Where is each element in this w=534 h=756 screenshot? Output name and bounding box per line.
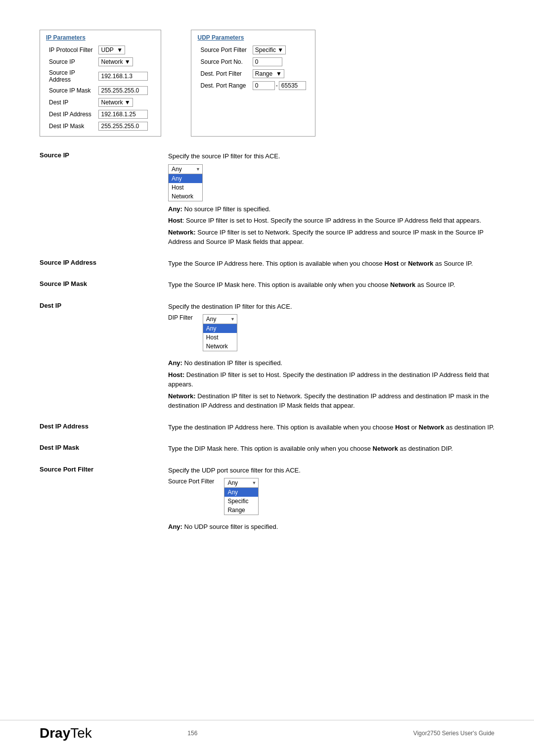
source-port-no-label: Source Port No. — [197, 56, 249, 68]
source-ip-mask-section-label: Source IP Mask — [40, 280, 168, 292]
dest-ip-desc-intro: Specify the destination IP filter for th… — [168, 302, 494, 312]
source-ip-address-section: Source IP Address Type the Source IP Add… — [40, 259, 494, 271]
source-ip-address-desc: Type the Source IP Address here. This op… — [168, 259, 494, 269]
dest-port-filter-select[interactable]: Range ▼ — [253, 69, 284, 78]
source-ip-section: Source IP Specify the source IP filter f… — [40, 151, 494, 249]
dest-port-filter-value[interactable]: Range ▼ — [250, 68, 309, 80]
source-ip-dropdown-selected[interactable]: Any — [168, 164, 203, 174]
dest-port-range-label: Dest. Port Range — [197, 80, 249, 92]
source-ip-mask-section: Source IP Mask Type the Source IP Mask h… — [40, 280, 494, 292]
source-ip-label: Source IP — [46, 56, 95, 68]
draytek-logo: DrayTek — [40, 725, 92, 741]
dest-port-filter-label: Dest. Port Filter — [197, 68, 249, 80]
table-row: Dest. Port Range 0 - 65535 — [197, 80, 309, 92]
source-port-filter-select[interactable]: Specific ▼ — [253, 46, 286, 54]
table-row: Source IPAddress 192.168.1.3 — [46, 68, 155, 85]
table-row: Source Port No. 0 — [197, 56, 309, 68]
dest-ip-address-section: Dest IP Address Type the destination IP … — [40, 423, 494, 434]
source-port-filter-section-label: Source Port Filter — [40, 466, 168, 534]
dest-ip-mask-section-body: Type the DIP Mask here. This option is a… — [168, 444, 494, 456]
dip-filter-row: DIP Filter Any Any Host Network — [168, 313, 494, 354]
footer-page-number: 156 — [92, 730, 293, 737]
spf-dropdown-list: Any Specific Range — [224, 488, 259, 515]
spf-row: Source Port Filter Any Any Specific Rang… — [168, 477, 494, 518]
dest-ip-address-desc: Type the destination IP Address here. Th… — [168, 423, 494, 432]
source-ip-desc-network: Network: Source IP filter is set to Netw… — [168, 228, 494, 247]
params-section: IP Parameters IP Protocol Filter UDP ▼ S… — [40, 30, 494, 137]
dest-port-range-from[interactable]: 0 — [253, 81, 275, 90]
table-row: Source IP Network ▼ — [46, 56, 155, 68]
source-ip-dropdown-widget[interactable]: Any Any Host Network — [168, 164, 203, 201]
source-ip-option-network[interactable]: Network — [169, 192, 202, 201]
dest-ip-desc-any: Any: No destination IP filter is specifi… — [168, 358, 494, 368]
dest-ip-option-network[interactable]: Network — [203, 342, 237, 351]
source-ip-address-section-label: Source IP Address — [40, 259, 168, 271]
source-ip-address-label: Source IPAddress — [46, 68, 95, 85]
source-port-filter-dropdown-widget[interactable]: Any Any Specific Range — [224, 478, 259, 515]
dest-ip-dropdown-widget[interactable]: Any Any Host Network — [203, 314, 237, 351]
dest-ip-mask-label: Dest IP Mask — [46, 120, 95, 132]
table-row: IP Protocol Filter UDP ▼ — [46, 44, 155, 56]
source-port-filter-value[interactable]: Specific ▼ — [250, 44, 309, 56]
table-row: Dest. Port Filter Range ▼ — [197, 68, 309, 80]
source-ip-mask-input[interactable]: 255.255.255.0 — [98, 86, 148, 95]
dest-ip-section-body: Specify the destination IP filter for th… — [168, 302, 494, 413]
source-ip-mask-label: Source IP Mask — [46, 85, 95, 96]
source-port-filter-desc-intro: Specify the UDP port source filter for t… — [168, 466, 494, 475]
source-ip-value[interactable]: Network ▼ — [95, 56, 155, 68]
spf-option-any[interactable]: Any — [224, 488, 258, 497]
source-ip-section-label: Source IP — [40, 151, 168, 249]
dest-ip-select[interactable]: Network ▼ — [98, 98, 133, 107]
source-ip-address-section-body: Type the Source IP Address here. This op… — [168, 259, 494, 271]
spf-option-range[interactable]: Range — [224, 506, 258, 515]
dest-ip-section: Dest IP Specify the destination IP filte… — [40, 302, 494, 413]
spf-dropdown-selected[interactable]: Any — [224, 478, 259, 488]
dest-ip-address-value[interactable]: 192.168.1.25 — [95, 108, 155, 120]
source-ip-mask-section-body: Type the Source IP Mask here. This optio… — [168, 280, 494, 292]
source-ip-address-value[interactable]: 192.168.1.3 — [95, 68, 155, 85]
source-ip-option-host[interactable]: Host — [169, 183, 202, 192]
spf-option-specific[interactable]: Specific — [224, 497, 258, 506]
table-row: Source IP Mask 255.255.255.0 — [46, 85, 155, 96]
source-port-no-value[interactable]: 0 — [250, 56, 309, 68]
source-ip-mask-value[interactable]: 255.255.255.0 — [95, 85, 155, 96]
range-separator: - — [275, 82, 279, 89]
ip-protocol-filter-label: IP Protocol Filter — [46, 44, 95, 56]
source-ip-desc-intro: Specify the source IP filter for this AC… — [168, 151, 494, 161]
dest-ip-address-label: Dest IP Address — [46, 108, 95, 120]
dest-ip-label: Dest IP — [46, 96, 95, 108]
dest-ip-value[interactable]: Network ▼ — [95, 96, 155, 108]
source-ip-select[interactable]: Network ▼ — [98, 57, 133, 66]
spf-label: Source Port Filter — [168, 477, 214, 485]
dest-ip-address-input[interactable]: 192.168.1.25 — [98, 110, 148, 119]
table-row: Dest IP Network ▼ — [46, 96, 155, 108]
dest-ip-mask-section-label: Dest IP Mask — [40, 444, 168, 456]
source-ip-address-input[interactable]: 192.168.1.3 — [98, 72, 148, 81]
ip-parameters-table: IP Protocol Filter UDP ▼ Source IP Netwo… — [46, 44, 155, 132]
ip-protocol-select[interactable]: UDP ▼ — [98, 46, 125, 54]
dest-ip-mask-value[interactable]: 255.255.255.0 — [95, 120, 155, 132]
dest-ip-mask-desc: Type the DIP Mask here. This option is a… — [168, 444, 494, 454]
dest-ip-desc-host: Host: Destination IP filter is set to Ho… — [168, 370, 494, 389]
dest-ip-mask-input[interactable]: 255.255.255.0 — [98, 122, 148, 131]
logo-dray: Dray — [40, 725, 70, 741]
dest-ip-address-section-body: Type the destination IP Address here. Th… — [168, 423, 494, 434]
source-ip-section-body: Specify the source IP filter for this AC… — [168, 151, 494, 249]
source-ip-desc-any: Any: No source IP filter is specified. — [168, 204, 494, 214]
dest-port-range-to[interactable]: 65535 — [279, 81, 306, 90]
footer-guide-title: Vigor2750 Series User's Guide — [293, 730, 494, 737]
dest-ip-dropdown-selected[interactable]: Any — [203, 314, 237, 324]
source-port-filter-desc-any: Any: No UDP source filter is specified. — [168, 522, 494, 532]
dest-ip-option-any[interactable]: Any — [203, 324, 237, 333]
source-port-filter-label: Source Port Filter — [197, 44, 249, 56]
source-port-no-input[interactable]: 0 — [253, 57, 282, 66]
ip-parameters-box: IP Parameters IP Protocol Filter UDP ▼ S… — [40, 30, 161, 137]
dest-ip-mask-section: Dest IP Mask Type the DIP Mask here. Thi… — [40, 444, 494, 456]
dest-ip-option-host[interactable]: Host — [203, 333, 237, 342]
udp-parameters-box: UDP Parameters Source Port Filter Specif… — [191, 30, 315, 137]
source-ip-option-any[interactable]: Any — [169, 174, 202, 183]
source-ip-dropdown-list: Any Host Network — [168, 174, 203, 201]
table-row: Dest IP Address 192.168.1.25 — [46, 108, 155, 120]
source-ip-desc-host: Host: Source IP filter is set to Host. S… — [168, 216, 494, 226]
ip-protocol-filter-value[interactable]: UDP ▼ — [95, 44, 155, 56]
